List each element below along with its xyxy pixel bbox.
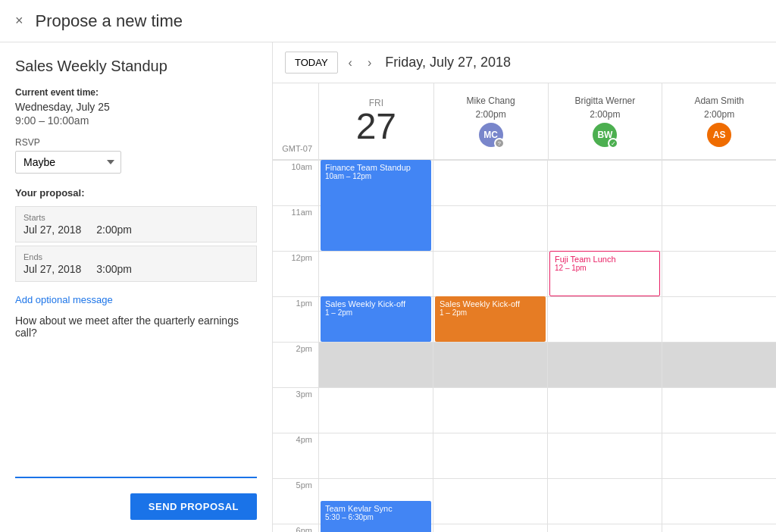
hour-cell bbox=[433, 433, 547, 478]
event-title-text: Sales Weekly Kick-off bbox=[325, 299, 427, 308]
close-button[interactable]: × bbox=[15, 13, 23, 29]
person-header-2: Adam Smith2:00pmAS bbox=[662, 83, 776, 159]
calendar-body: 10am11am12pm1pm2pm3pm4pm5pm6pm7pm Financ… bbox=[273, 160, 776, 532]
dialog-header: × Propose a new time bbox=[0, 0, 776, 42]
hour-cell bbox=[662, 251, 776, 296]
time-slot: 11am bbox=[273, 205, 318, 251]
calendar-col-1: Sales Weekly Kick-off1 – 2pm bbox=[433, 160, 547, 532]
today-button[interactable]: TODAY bbox=[285, 52, 338, 74]
hour-cell bbox=[548, 433, 662, 478]
time-column: 10am11am12pm1pm2pm3pm4pm5pm6pm7pm bbox=[273, 160, 318, 532]
time-slot: 6pm bbox=[273, 524, 318, 532]
hour-cell bbox=[319, 433, 433, 478]
event-time-text: 10am – 12pm bbox=[325, 172, 427, 180]
person-time: 2:00pm bbox=[590, 109, 620, 120]
message-input[interactable] bbox=[15, 315, 257, 360]
event-time-text: 5:30 – 6:30pm bbox=[325, 513, 427, 521]
time-slot: 4pm bbox=[273, 433, 318, 478]
main-layout: Sales Weekly Standup Current event time:… bbox=[0, 42, 776, 532]
time-slot: 10am bbox=[273, 160, 318, 205]
next-button[interactable]: › bbox=[363, 53, 376, 73]
person-headers: Mike Chang2:00pm?MCBrigitta Werner2:00pm… bbox=[433, 83, 776, 159]
avatar-status-badge: ? bbox=[494, 138, 505, 149]
time-slot: 3pm bbox=[273, 387, 318, 433]
ends-label: Ends bbox=[23, 252, 249, 261]
time-slot: 2pm bbox=[273, 342, 318, 387]
event-title: Sales Weekly Standup bbox=[15, 58, 257, 75]
ends-row: Ends Jul 27, 2018 3:00pm bbox=[15, 246, 257, 282]
message-area bbox=[15, 310, 257, 478]
hour-cell bbox=[548, 160, 662, 205]
event-block: Sales Weekly Kick-off1 – 2pm bbox=[321, 296, 431, 342]
person-name: Brigitta Werner bbox=[574, 95, 635, 106]
calendar-headers: GMT-07 Fri 27 Mike Chang2:00pm?MCBrigitt… bbox=[273, 83, 776, 160]
time-slot: 1pm bbox=[273, 296, 318, 342]
calendar-col-2: Fuji Team Lunch12 – 1pm bbox=[547, 160, 662, 532]
calendar-col-0: Finance Team Standup10am – 12pmSales Wee… bbox=[318, 160, 433, 532]
calendar-columns: Finance Team Standup10am – 12pmSales Wee… bbox=[318, 160, 776, 532]
event-time-text: 1 – 2pm bbox=[440, 308, 541, 317]
proposal-label: Your proposal: bbox=[15, 187, 257, 199]
hour-cell bbox=[433, 251, 547, 296]
starts-row: Starts Jul 27, 2018 2:00pm bbox=[15, 206, 257, 243]
ends-time: 3:00pm bbox=[96, 263, 132, 275]
time-slot: 5pm bbox=[273, 478, 318, 524]
calendar-nav: TODAY ‹ › Friday, July 27, 2018 bbox=[273, 42, 776, 83]
hour-cell bbox=[662, 524, 776, 532]
event-block: Fuji Team Lunch12 – 1pm bbox=[549, 251, 660, 296]
current-event-time: 9:00 – 10:00am bbox=[15, 114, 257, 127]
current-event-date: Wednesday, July 25 bbox=[15, 101, 257, 113]
calendar-scroll[interactable]: 10am11am12pm1pm2pm3pm4pm5pm6pm7pm Financ… bbox=[273, 160, 776, 532]
rsvp-select[interactable]: Maybe Yes No bbox=[15, 151, 121, 174]
right-panel: TODAY ‹ › Friday, July 27, 2018 GMT-07 F… bbox=[273, 42, 776, 532]
event-time-text: 12 – 1pm bbox=[555, 264, 655, 272]
hour-cell bbox=[662, 433, 776, 478]
starts-label: Starts bbox=[23, 213, 249, 222]
hour-cell bbox=[433, 478, 547, 524]
hour-cell bbox=[662, 387, 776, 433]
hour-cell bbox=[662, 205, 776, 251]
event-title-text: Team Kevlar Sync bbox=[325, 504, 427, 513]
hour-cell bbox=[662, 342, 776, 387]
calendar-date-label: Friday, July 27, 2018 bbox=[385, 55, 511, 70]
hour-cell bbox=[548, 387, 662, 433]
event-block: Sales Weekly Kick-off1 – 2pm bbox=[435, 296, 546, 342]
avatar-status-badge: ✓ bbox=[608, 138, 618, 149]
left-panel: Sales Weekly Standup Current event time:… bbox=[0, 42, 273, 532]
day-num: 27 bbox=[356, 108, 396, 145]
ends-date: Jul 27, 2018 bbox=[23, 263, 81, 275]
day-column-header: Fri 27 bbox=[318, 83, 433, 159]
event-title-text: Fuji Team Lunch bbox=[555, 255, 655, 264]
hour-cell bbox=[433, 524, 547, 532]
starts-date: Jul 27, 2018 bbox=[23, 224, 81, 236]
send-proposal-button[interactable]: SEND PROPOSAL bbox=[130, 493, 257, 520]
person-header-1: Brigitta Werner2:00pm✓BW bbox=[548, 83, 662, 159]
time-slot: 12pm bbox=[273, 251, 318, 296]
add-optional-message-link[interactable]: Add optional message bbox=[15, 294, 257, 305]
hour-cell bbox=[548, 524, 662, 532]
dialog-title: Propose a new time bbox=[36, 11, 183, 31]
send-button-row: SEND PROPOSAL bbox=[15, 486, 257, 532]
gmt-label: GMT-07 bbox=[273, 83, 318, 159]
prev-button[interactable]: ‹ bbox=[344, 53, 357, 73]
person-name: Mike Chang bbox=[467, 95, 515, 106]
rsvp-label: RSVP bbox=[15, 137, 257, 148]
hour-cell bbox=[548, 296, 662, 342]
hour-cell bbox=[662, 160, 776, 205]
hour-cell bbox=[662, 478, 776, 524]
person-time: 2:00pm bbox=[476, 109, 506, 120]
hour-cell bbox=[433, 160, 547, 205]
event-title-text: Finance Team Standup bbox=[325, 163, 427, 172]
event-block: Finance Team Standup10am – 12pm bbox=[321, 160, 431, 251]
hour-cell bbox=[433, 342, 547, 387]
hour-cell bbox=[319, 342, 433, 387]
event-block: Team Kevlar Sync5:30 – 6:30pm bbox=[321, 501, 431, 532]
hour-cell bbox=[319, 251, 433, 296]
hour-cell bbox=[662, 296, 776, 342]
event-time-text: 1 – 2pm bbox=[325, 308, 427, 317]
event-title-text: Sales Weekly Kick-off bbox=[440, 299, 541, 308]
calendar-col-3 bbox=[662, 160, 776, 532]
hour-cell bbox=[548, 205, 662, 251]
person-time: 2:00pm bbox=[704, 109, 734, 120]
hour-cell bbox=[433, 387, 547, 433]
